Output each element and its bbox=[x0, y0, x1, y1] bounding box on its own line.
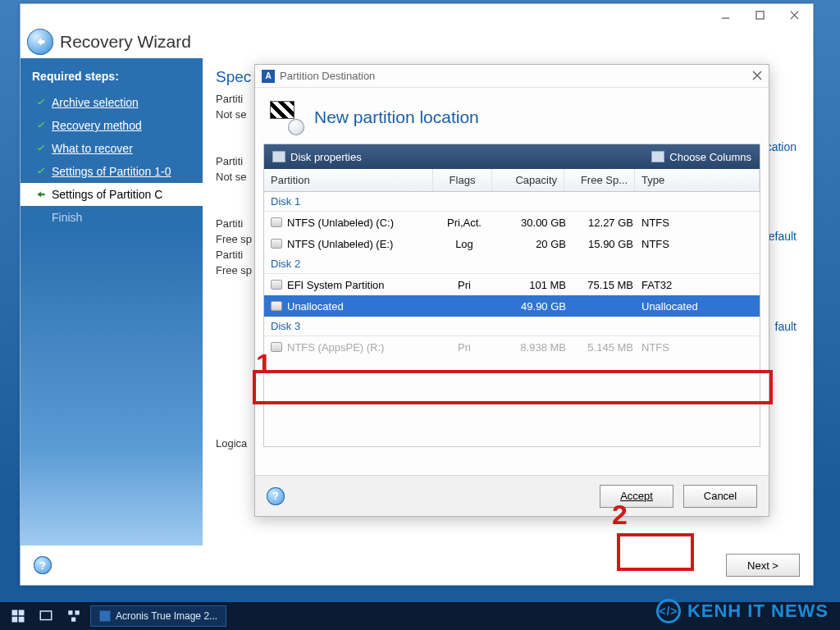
partition-row[interactable]: NTFS (AppsPE) (R:)Pri8.938 MB5.145 MBNTF… bbox=[264, 336, 760, 358]
arrow-icon bbox=[35, 189, 47, 200]
new-location-link-1[interactable]: cation bbox=[766, 140, 797, 153]
logical-drive-label: Logica bbox=[216, 437, 247, 450]
disk-properties-button[interactable]: Disk properties bbox=[272, 151, 362, 163]
col-capacity[interactable]: Capacity bbox=[492, 169, 564, 191]
partition-type: NTFS bbox=[637, 217, 760, 229]
partition-flags: Pri bbox=[435, 279, 494, 291]
partition-capacity: 101 MB bbox=[494, 279, 566, 291]
partition-capacity: 49.90 GB bbox=[494, 300, 566, 313]
maximize-button[interactable] bbox=[744, 7, 775, 23]
step-label: Recovery method bbox=[52, 119, 142, 132]
default-link-1[interactable]: efault bbox=[769, 230, 797, 243]
disk-icon bbox=[271, 217, 282, 227]
wizard-footer: ? Next > bbox=[21, 546, 813, 585]
svg-rect-1 bbox=[12, 610, 18, 616]
watermark: </> KENH IT NEWS bbox=[656, 599, 829, 623]
taskbar-icon-1[interactable] bbox=[34, 605, 57, 627]
cancel-button[interactable]: Cancel bbox=[683, 485, 757, 508]
partition-free: 75.15 MB bbox=[566, 279, 637, 291]
taskbar-icon-2[interactable] bbox=[62, 605, 85, 627]
wizard-header: Recovery Wizard bbox=[21, 25, 813, 58]
choose-columns-button[interactable]: Choose Columns bbox=[651, 151, 751, 163]
accept-button[interactable]: Accept bbox=[600, 485, 673, 508]
close-button[interactable] bbox=[778, 7, 810, 23]
partition-type: NTFS bbox=[637, 341, 760, 354]
partition-name: NTFS (Unlabeled) (C:) bbox=[287, 217, 394, 229]
partition-row[interactable]: Unallocated49.90 GBUnallocated bbox=[264, 295, 760, 317]
sidebar-step[interactable]: Archive selection bbox=[21, 91, 203, 114]
partition-type: FAT32 bbox=[637, 279, 760, 291]
partition-row[interactable]: NTFS (Unlabeled) (E:)Log20 GB15.90 GBNTF… bbox=[264, 233, 760, 254]
dialog-close-button[interactable] bbox=[752, 69, 762, 84]
svg-rect-0 bbox=[756, 11, 763, 18]
start-button[interactable] bbox=[7, 605, 30, 627]
svg-rect-3 bbox=[12, 617, 18, 623]
partition-destination-dialog: A Partition Destination New partition lo… bbox=[254, 64, 769, 517]
partition-capacity: 30.00 GB bbox=[494, 217, 566, 229]
step-label: What to recover bbox=[52, 142, 133, 155]
partition-grid: Disk properties Choose Columns Partition… bbox=[263, 144, 760, 447]
dialog-help-icon[interactable]: ? bbox=[267, 487, 285, 505]
partition-free: 12.27 GB bbox=[566, 217, 637, 229]
partition-flags: Log bbox=[435, 238, 494, 250]
sidebar-step: Finish bbox=[21, 206, 203, 229]
sidebar-step[interactable]: What to recover bbox=[21, 137, 203, 160]
checkmark-icon bbox=[35, 120, 47, 131]
taskbar-app-acronis[interactable]: Acronis True Image 2... bbox=[90, 605, 226, 627]
dialog-heading: New partition location bbox=[314, 107, 479, 127]
partition-capacity: 20 GB bbox=[494, 238, 566, 250]
watermark-logo-icon: </> bbox=[656, 599, 681, 623]
dialog-titlebar: A Partition Destination bbox=[255, 65, 769, 88]
col-flags[interactable]: Flags bbox=[433, 169, 492, 191]
sidebar-step[interactable]: Settings of Partition 1-0 bbox=[21, 160, 203, 183]
disk-group: Disk 2 bbox=[264, 254, 760, 274]
checkmark-icon bbox=[35, 97, 47, 108]
step-label: Settings of Partition 1-0 bbox=[52, 165, 171, 178]
wizard-sidebar: Required steps: Archive selectionRecover… bbox=[21, 58, 203, 546]
partition-type: Unallocated bbox=[637, 300, 760, 313]
disk-icon bbox=[271, 342, 282, 352]
disk-group: Disk 3 bbox=[264, 317, 760, 336]
minimize-button[interactable] bbox=[710, 7, 741, 23]
disk-icon bbox=[271, 239, 282, 249]
sidebar-step[interactable]: Recovery method bbox=[21, 114, 203, 137]
step-label: Archive selection bbox=[52, 96, 139, 109]
partition-flags: Pri bbox=[435, 341, 494, 354]
partition-name: EFI System Partition bbox=[287, 279, 384, 291]
partition-row[interactable]: EFI System PartitionPri101 MB75.15 MBFAT… bbox=[264, 274, 760, 295]
disk-icon bbox=[271, 280, 282, 290]
back-button[interactable] bbox=[27, 29, 53, 55]
wizard-titlebar bbox=[21, 4, 813, 25]
dialog-title: Partition Destination bbox=[280, 70, 747, 82]
svg-rect-5 bbox=[40, 611, 52, 620]
disk-group: Disk 1 bbox=[264, 192, 760, 212]
svg-rect-6 bbox=[68, 610, 72, 614]
partition-name: NTFS (AppsPE) (R:) bbox=[287, 341, 384, 354]
step-label: Finish bbox=[52, 211, 82, 224]
checkmark-icon bbox=[35, 143, 47, 154]
default-link-2[interactable]: fault bbox=[775, 320, 797, 333]
sidebar-step[interactable]: Settings of Partition C bbox=[21, 183, 203, 206]
partition-free: 15.90 GB bbox=[566, 238, 637, 250]
partition-name: NTFS (Unlabeled) (E:) bbox=[287, 238, 393, 250]
disk-icon bbox=[271, 301, 282, 311]
partition-name: Unallocated bbox=[287, 300, 344, 313]
svg-rect-7 bbox=[75, 610, 80, 614]
col-free-space[interactable]: Free Sp... bbox=[564, 169, 635, 191]
svg-rect-4 bbox=[19, 617, 25, 623]
col-type[interactable]: Type bbox=[635, 169, 760, 191]
partition-free: 5.145 MB bbox=[566, 341, 637, 354]
wizard-title: Recovery Wizard bbox=[60, 32, 191, 52]
grid-header: Partition Flags Capacity Free Sp... Type bbox=[264, 169, 760, 192]
svg-rect-8 bbox=[71, 618, 75, 622]
partition-flags: Pri,Act. bbox=[435, 217, 494, 229]
col-partition[interactable]: Partition bbox=[264, 169, 433, 191]
checkmark-icon bbox=[35, 166, 47, 177]
next-button[interactable]: Next > bbox=[726, 554, 800, 577]
destination-icon bbox=[270, 101, 303, 134]
dialog-footer: ? Accept Cancel bbox=[255, 475, 769, 516]
sidebar-heading: Required steps: bbox=[21, 65, 203, 91]
partition-row[interactable]: NTFS (Unlabeled) (C:)Pri,Act.30.00 GB12.… bbox=[264, 212, 760, 233]
partition-capacity: 8.938 MB bbox=[494, 341, 566, 354]
help-icon[interactable]: ? bbox=[34, 556, 52, 574]
